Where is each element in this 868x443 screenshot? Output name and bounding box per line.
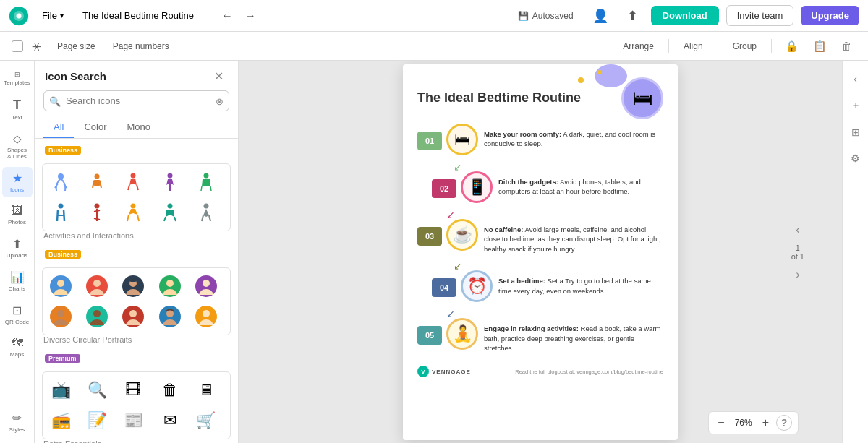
section-retro-header: Premium — [42, 354, 231, 367]
svg-line-27 — [209, 215, 210, 221]
icon-cell[interactable] — [119, 199, 147, 226]
svg-line-15 — [210, 186, 211, 191]
lock-icon[interactable]: 🔒 — [780, 37, 803, 56]
icon-cell[interactable] — [156, 272, 184, 300]
download-button[interactable]: Download — [651, 6, 719, 25]
icon-cell[interactable] — [47, 199, 75, 226]
icon-cell[interactable] — [156, 199, 184, 226]
search-clear-icon[interactable]: ⊗ — [216, 95, 224, 106]
tab-mono[interactable]: Mono — [117, 117, 161, 138]
section-activities: Business Activities and Interactions — [42, 146, 231, 240]
sidebar-item-maps[interactable]: 🗺 Maps — [2, 332, 33, 362]
svg-point-6 — [95, 174, 100, 179]
tab-all[interactable]: All — [43, 117, 74, 138]
icon-grid-container[interactable]: Business Activities and Interactions — [35, 139, 238, 443]
undo-button[interactable]: ← — [217, 7, 237, 25]
sidebar-item-photos[interactable]: 🖼 Photos — [2, 200, 33, 230]
step-2: 02 📱 Ditch the gadgets: Avoid phones, ta… — [432, 174, 663, 203]
page-next-button[interactable]: › — [793, 265, 802, 284]
svg-point-2 — [17, 13, 22, 18]
icon-cell[interactable] — [192, 303, 220, 330]
tab-color[interactable]: Color — [74, 117, 116, 138]
zoom-fit-button[interactable]: ⊞ — [848, 123, 864, 142]
icon-cell[interactable] — [47, 303, 75, 330]
sidebar-item-charts[interactable]: 📊 Charts — [2, 266, 33, 296]
invite-team-button[interactable]: Invite team — [726, 5, 794, 26]
svg-point-25 — [203, 204, 208, 209]
icon-cell[interactable] — [192, 168, 220, 196]
icon-cell[interactable] — [83, 272, 111, 300]
svg-rect-34 — [130, 280, 136, 282]
panel-close-button[interactable]: ✕ — [210, 68, 228, 85]
document-title-input[interactable] — [77, 7, 210, 24]
upload-button[interactable]: ⬆ — [621, 5, 644, 27]
group-button[interactable]: Group — [727, 38, 762, 54]
icon-cell[interactable] — [119, 168, 147, 196]
upgrade-button[interactable]: Upgrade — [801, 6, 859, 25]
icon-cell[interactable] — [47, 272, 75, 300]
icon-cell[interactable]: 🔍 — [83, 377, 111, 404]
share-button[interactable]: 👤 — [587, 5, 614, 27]
portraits-label: Diverse Circular Portraits — [42, 335, 231, 344]
icon-cell[interactable] — [192, 272, 220, 300]
trash-icon[interactable]: 🗑 — [837, 37, 856, 55]
select-all-checkbox[interactable] — [12, 40, 23, 52]
sidebar-item-qrcode[interactable]: ⊡ QR Code — [2, 299, 33, 330]
icon-cell[interactable]: 🖥 — [192, 377, 220, 404]
zoom-help-button[interactable]: ? — [776, 415, 792, 431]
icon-cell[interactable]: 📻 — [47, 407, 75, 434]
page-size-label[interactable]: Page size — [50, 41, 103, 51]
file-menu-button[interactable]: File ▾ — [36, 7, 69, 24]
icon-cell[interactable]: 📝 — [83, 407, 111, 434]
icon-cell[interactable]: 🎞 — [119, 377, 147, 404]
sidebar-item-templates[interactable]: ⊞ Templates — [2, 66, 33, 90]
sidebar-item-uploads[interactable]: ⬆ Uploads — [2, 233, 33, 263]
icon-cell[interactable] — [156, 303, 184, 330]
sidebar-item-shapes[interactable]: ◇ Shapes & Lines — [2, 128, 33, 164]
icon-cell[interactable] — [83, 199, 111, 226]
step-3-num: 03 — [417, 227, 442, 246]
file-label: File — [42, 10, 57, 21]
icon-cell[interactable] — [83, 168, 111, 196]
svg-point-8 — [131, 173, 136, 179]
icon-cell[interactable]: 📺 — [47, 377, 75, 404]
sidebar-item-text[interactable]: T Text — [2, 93, 33, 125]
sidebar-item-icons[interactable]: ★ Icons — [2, 167, 33, 197]
canvas-page[interactable]: The Ideal Bedtime Routine 🛏 01 🛏 Make yo… — [403, 64, 678, 440]
search-input[interactable] — [43, 90, 229, 111]
icon-cell[interactable] — [47, 168, 75, 196]
shapes-icon: ◇ — [13, 132, 22, 145]
page-prev-button[interactable]: ‹ — [793, 220, 802, 239]
arrow-1: ↙ — [454, 161, 663, 173]
grid-icon[interactable]: ⚹ — [26, 37, 47, 56]
zoom-out-button[interactable]: − — [715, 416, 727, 429]
icon-cell[interactable]: 🛒 — [192, 407, 220, 434]
settings-icon[interactable]: ⚙ — [847, 149, 864, 168]
redo-button[interactable]: → — [240, 7, 260, 25]
arrange-button[interactable]: Arrange — [617, 38, 660, 54]
step-5-num: 05 — [417, 326, 442, 345]
step-5: 05 🧘 Engage in relaxing activities: Read… — [417, 321, 663, 353]
svg-line-20 — [127, 215, 129, 221]
icon-cell[interactable] — [119, 272, 147, 300]
svg-point-18 — [95, 204, 100, 209]
icon-cell[interactable] — [192, 199, 220, 226]
page-numbers-label[interactable]: Page numbers — [106, 41, 176, 51]
icon-cell[interactable]: ✉ — [156, 407, 184, 434]
canvas-area[interactable]: ‹ 1 of 1 › The Ideal Bedtime Routine — [239, 61, 842, 443]
step-4-num: 04 — [432, 278, 456, 297]
zoom-in-button[interactable]: + — [760, 416, 772, 429]
sidebar-collapse-button[interactable]: ‹ — [850, 69, 861, 88]
align-button[interactable]: Align — [678, 38, 709, 54]
icon-cell[interactable]: 🗑 — [156, 377, 184, 404]
icon-cell[interactable] — [119, 303, 147, 330]
premium-badge-1: Premium — [45, 354, 80, 363]
add-page-button[interactable]: ＋ — [847, 95, 864, 116]
sidebar-item-styles[interactable]: ✏ Styles — [2, 407, 33, 437]
venngage-logo[interactable] — [9, 6, 29, 26]
icon-cell[interactable] — [156, 168, 184, 196]
icon-cell[interactable]: 📰 — [119, 407, 147, 434]
icon-cell[interactable] — [83, 303, 111, 330]
step-2-text: Ditch the gadgets: Avoid phones, tablets… — [498, 174, 663, 197]
copy-icon[interactable]: 📋 — [809, 37, 831, 56]
